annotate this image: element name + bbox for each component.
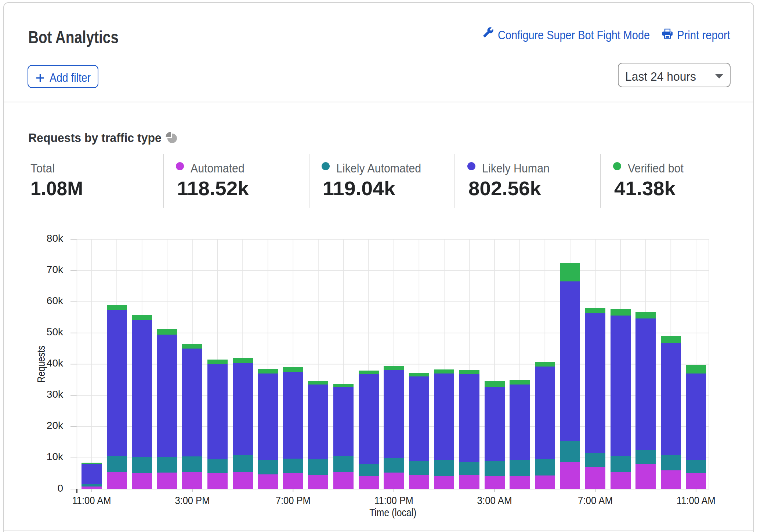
svg-text:11:00 AM: 11:00 AM xyxy=(677,494,716,506)
svg-text:40k: 40k xyxy=(47,357,64,369)
svg-text:80k: 80k xyxy=(47,233,64,244)
svg-text:30k: 30k xyxy=(47,389,64,400)
svg-text:11:00 PM: 11:00 PM xyxy=(374,494,413,506)
svg-text:Requests: Requests xyxy=(35,346,47,383)
svg-text:3:00 PM: 3:00 PM xyxy=(175,494,210,506)
svg-text:3:00 AM: 3:00 AM xyxy=(477,494,512,506)
svg-text:60k: 60k xyxy=(47,295,64,306)
svg-text:0: 0 xyxy=(57,482,63,494)
svg-text:50k: 50k xyxy=(47,326,64,338)
svg-text:20k: 20k xyxy=(47,420,64,431)
svg-text:7:00 PM: 7:00 PM xyxy=(276,494,311,506)
svg-text:10k: 10k xyxy=(47,451,64,462)
svg-text:11:00 AM: 11:00 AM xyxy=(72,494,111,506)
svg-text:70k: 70k xyxy=(47,264,64,275)
svg-text:7:00 AM: 7:00 AM xyxy=(578,494,613,506)
svg-text:Time (local): Time (local) xyxy=(369,506,416,518)
